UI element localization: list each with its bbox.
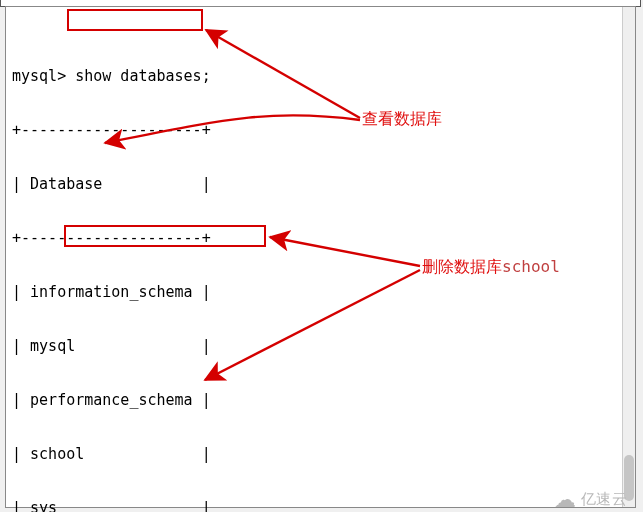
cloud-icon: ☁ [554,492,577,507]
terminal-line: mysql> show databases; [12,67,619,85]
table-row: | information_schema | [12,283,619,301]
highlight-box-show-databases [67,9,203,31]
annotation-drop-database: 删除数据库school [422,257,560,277]
table-row: | performance_schema | [12,391,619,409]
table-row: | mysql | [12,337,619,355]
command-text: show databases; [75,67,210,85]
table-sep: +--------------------+ [12,121,619,139]
table-row: | school | [12,445,619,463]
highlight-box-drop-database [64,225,266,247]
mysql-prompt: mysql> [12,67,66,85]
annotation-show-databases: 查看数据库 [362,109,442,129]
vertical-scrollbar[interactable] [622,7,635,507]
watermark-logo: ☁ 亿速云 [554,490,627,508]
table-header: | Database | [12,175,619,193]
table-row: | sys | [12,499,619,512]
watermark-text: 亿速云 [581,490,628,508]
